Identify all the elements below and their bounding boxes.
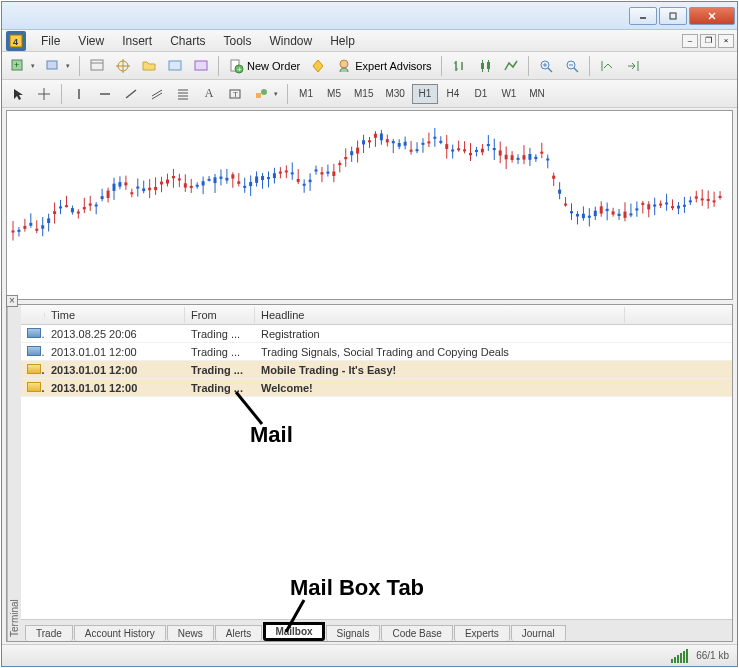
- col-headline-header[interactable]: Headline: [255, 307, 625, 323]
- minimize-button[interactable]: [629, 7, 657, 25]
- svg-rect-113: [190, 186, 193, 188]
- menu-view[interactable]: View: [69, 32, 113, 50]
- new-order-button[interactable]: +New Order: [224, 55, 304, 77]
- timeframe-h1[interactable]: H1: [412, 84, 438, 104]
- navigator-button[interactable]: [111, 55, 135, 77]
- channel-tool[interactable]: [145, 83, 169, 105]
- timeframe-h4[interactable]: H4: [440, 84, 466, 104]
- menu-window[interactable]: Window: [261, 32, 322, 50]
- candle-chart-button[interactable]: [473, 55, 497, 77]
- mail-row[interactable]: 2013.01.01 12:00Trading ...Trading Signa…: [21, 343, 732, 361]
- menu-charts[interactable]: Charts: [161, 32, 214, 50]
- mail-row[interactable]: 2013.01.01 12:00Trading ...Welcome!: [21, 379, 732, 397]
- timeframe-m15[interactable]: M15: [349, 84, 378, 104]
- chart-area[interactable]: [6, 110, 733, 300]
- tab-experts[interactable]: Experts: [454, 625, 510, 641]
- terminal-panel: Terminal Time From Headline 2013.08.25 2…: [6, 304, 733, 642]
- profiles-button[interactable]: ▾: [41, 55, 74, 77]
- vertical-line-tool[interactable]: [67, 83, 91, 105]
- svg-rect-93: [130, 192, 133, 194]
- svg-text:4: 4: [13, 37, 18, 47]
- tab-journal[interactable]: Journal: [511, 625, 566, 641]
- svg-rect-201: [451, 150, 454, 152]
- new-chart-button[interactable]: +▾: [6, 55, 39, 77]
- timeframe-mn[interactable]: MN: [524, 84, 550, 104]
- svg-rect-129: [237, 181, 240, 183]
- svg-rect-213: [487, 144, 490, 146]
- svg-rect-91: [124, 182, 127, 185]
- svg-rect-255: [612, 211, 615, 214]
- folder-icon: [141, 58, 157, 74]
- crosshair-tool[interactable]: [32, 83, 56, 105]
- timeframe-m30[interactable]: M30: [380, 84, 409, 104]
- menu-file[interactable]: File: [32, 32, 69, 50]
- mail-row[interactable]: 2013.01.01 12:00Trading ...Mobile Tradin…: [21, 361, 732, 379]
- cursor-tool[interactable]: [6, 83, 30, 105]
- close-button[interactable]: [689, 7, 735, 25]
- svg-rect-65: [47, 218, 50, 223]
- timeframe-m5[interactable]: M5: [321, 84, 347, 104]
- svg-rect-281: [689, 200, 692, 202]
- mdi-minimize-button[interactable]: –: [682, 34, 698, 48]
- tab-code-base[interactable]: Code Base: [381, 625, 452, 641]
- auto-scroll-button[interactable]: [595, 55, 619, 77]
- svg-rect-187: [410, 150, 413, 152]
- menu-insert[interactable]: Insert: [113, 32, 161, 50]
- fibonacci-tool[interactable]: [171, 83, 195, 105]
- svg-rect-203: [457, 148, 460, 150]
- strategy-tester-button[interactable]: [189, 55, 213, 77]
- svg-text:+: +: [14, 60, 19, 70]
- svg-text:T: T: [233, 90, 238, 99]
- mdi-restore-button[interactable]: ❐: [700, 34, 716, 48]
- svg-rect-241: [570, 211, 573, 213]
- mail-unread-icon: [27, 382, 41, 392]
- tab-signals[interactable]: Signals: [326, 625, 381, 641]
- tab-alerts[interactable]: Alerts: [215, 625, 263, 641]
- data-window-button[interactable]: [137, 55, 161, 77]
- text-label-tool[interactable]: T: [223, 83, 247, 105]
- menu-help[interactable]: Help: [321, 32, 364, 50]
- timeframe-m1[interactable]: M1: [293, 84, 319, 104]
- col-from-header[interactable]: From: [185, 307, 255, 323]
- mail-row[interactable]: 2013.08.25 20:06Trading ...Registration: [21, 325, 732, 343]
- zoom-in-button[interactable]: [534, 55, 558, 77]
- svg-rect-153: [309, 180, 312, 182]
- text-tool[interactable]: A: [197, 83, 221, 105]
- expert-advisors-button[interactable]: Expert Advisors: [332, 55, 435, 77]
- objects-tool[interactable]: ▾: [249, 83, 282, 105]
- horizontal-line-tool[interactable]: [93, 83, 117, 105]
- menu-tools[interactable]: Tools: [215, 32, 261, 50]
- col-time-header[interactable]: Time: [45, 307, 185, 323]
- timeframe-w1[interactable]: W1: [496, 84, 522, 104]
- trendline-tool[interactable]: [119, 83, 143, 105]
- bar-chart-button[interactable]: [447, 55, 471, 77]
- app-window: 4 File View Insert Charts Tools Window H…: [1, 1, 738, 667]
- chart-shift-button[interactable]: [621, 55, 645, 77]
- channel-icon: [149, 86, 165, 102]
- meta-quotes-button[interactable]: [306, 55, 330, 77]
- svg-rect-127: [231, 174, 234, 178]
- market-watch-button[interactable]: [85, 55, 109, 77]
- mdi-close-button[interactable]: ×: [718, 34, 734, 48]
- menubar: 4 File View Insert Charts Tools Window H…: [2, 30, 737, 52]
- svg-rect-53: [12, 231, 15, 233]
- svg-rect-275: [671, 206, 674, 208]
- maximize-button[interactable]: [659, 7, 687, 25]
- panel-close-button[interactable]: ×: [6, 295, 18, 307]
- tab-trade[interactable]: Trade: [25, 625, 73, 641]
- svg-rect-147: [291, 172, 294, 174]
- svg-rect-177: [380, 134, 383, 141]
- svg-line-29: [548, 68, 552, 72]
- svg-rect-149: [297, 179, 300, 182]
- tab-account-history[interactable]: Account History: [74, 625, 166, 641]
- svg-rect-105: [166, 180, 169, 184]
- zoom-out-button[interactable]: [560, 55, 584, 77]
- svg-rect-169: [356, 148, 359, 154]
- svg-rect-123: [219, 177, 222, 179]
- svg-rect-243: [576, 214, 579, 217]
- tab-news[interactable]: News: [167, 625, 214, 641]
- terminal-button[interactable]: [163, 55, 187, 77]
- timeframe-d1[interactable]: D1: [468, 84, 494, 104]
- svg-rect-233: [546, 158, 549, 160]
- line-chart-button[interactable]: [499, 55, 523, 77]
